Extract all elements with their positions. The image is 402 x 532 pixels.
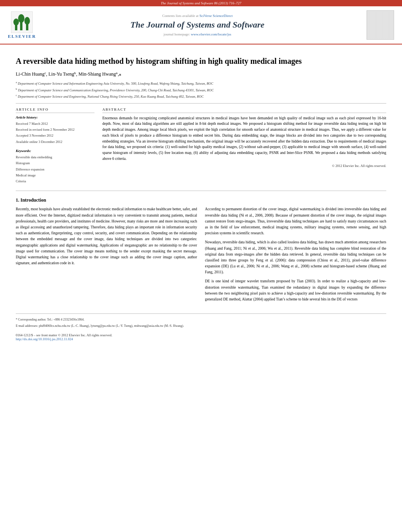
journal-header: ELSEVIER Contents lists available at Sci… [0,6,402,44]
svg-point-4 [18,14,24,23]
homepage-label: journal homepage: [163,32,190,36]
journal-cover-image [367,10,394,40]
article-info-panel: ARTICLE INFO Article history: Received 7… [16,108,94,185]
bottom-left: 0164-1212/$ – see front matter © 2012 El… [16,333,112,341]
intro-columns: Recently, most hospitals have already es… [16,206,386,306]
sciverse-label: Contents lists available at [162,14,198,18]
authors-line: Li-Chin Huangᶜ, Lin-Yu Tsengᵇ, Min-Shian… [16,71,386,77]
keyword-5: Criteria [16,178,94,184]
history-label: Article history: [16,115,94,119]
copyright: © 2012 Elsevier Inc. All rights reserved… [102,164,386,168]
date-revised: Received in revised form 2 November 2012 [16,127,94,133]
journal-title: The Journal of Systems and Software [36,19,359,31]
emails-text: phd94060cs.nchu.edu.tw (L.-C. Huang), ly… [39,324,184,328]
abstract-text: Enormous demands for recognizing complic… [102,115,386,162]
affiliation-c: c Department of Computer Science and Eng… [16,93,386,99]
keyword-3: Difference expansion [16,167,94,172]
intro-right-col: According to permanent distortion of the… [205,206,387,306]
journal-top-bar: The Journal of Systems and Software 86 (… [0,0,402,6]
intro-para-right-1: According to permanent distortion of the… [205,206,387,236]
divider-2 [16,191,386,191]
article-info-abstract: ARTICLE INFO Article history: Received 7… [16,108,386,185]
issn-text: 0164-1212/$ – see front matter © 2012 El… [16,333,112,337]
intro-left-col: Recently, most hospitals have already es… [16,206,197,306]
intro-para-left-1: Recently, most hospitals have already es… [16,206,197,266]
keyword-4: Medical image [16,172,94,178]
date-online: Available online 3 December 2012 [16,139,94,145]
abstract-panel: ABSTRACT Enormous demands for recognizin… [102,108,386,185]
footnote-emails: E-mail addresses: phd94060cs.nchu.edu.tw… [16,323,386,329]
bottom-bar: 0164-1212/$ – see front matter © 2012 El… [16,333,386,341]
intro-para-right-2: Nowadays, reversible data hiding, which … [205,239,387,275]
sciverse-link[interactable]: SciVerse ScienceDirect [199,14,232,18]
authors-text: Li-Chin Huangᶜ, Lin-Yu Tsengᵇ, Min-Shian… [16,71,121,77]
affiliation-b: b Department of Computer Science and Com… [16,87,386,93]
emails-label: E-mail addresses: [16,324,38,328]
footnote-corresponding: * Corresponding author. Tel.: +886 4 233… [16,317,386,323]
article-dates: Received 7 March 2012 Received in revise… [16,121,94,145]
keyword-2: Histogram [16,160,94,166]
affiliation-a: a Department of Computer Science and Inf… [16,80,386,86]
keyword-1: Reversible data embedding [16,154,94,160]
homepage-link[interactable]: www.elsevier.com/locate/jss [191,32,231,36]
header-center: Contents lists available at SciVerse Sci… [36,14,359,36]
abstract-heading: ABSTRACT [102,108,386,113]
affiliation-c-text: Department of Computer Science and Engin… [18,95,204,98]
intro-heading: 1. Introduction [16,197,386,203]
article-title: A reversible data hiding method by histo… [16,56,386,67]
affiliation-a-text: Department of Computer Science and Infor… [18,82,213,85]
body-content: 1. Introduction Recently, most hospitals… [16,197,386,306]
svg-point-6 [24,17,30,25]
elsevier-logo: ELSEVIER [8,11,36,39]
main-content: A reversible data hiding method by histo… [0,44,402,349]
journal-homepage: journal homepage: www.elsevier.com/locat… [36,32,359,36]
svg-point-2 [13,19,19,26]
affiliation-b-text: Department of Computer Science and Commu… [18,88,214,92]
elsevier-name: ELSEVIER [8,34,36,39]
doi-link[interactable]: http://dx.doi.org/10.1016/j.jss.2012.11.… [16,337,73,341]
date-accepted: Accepted 3 November 2012 [16,133,94,139]
keywords-list: Reversible data embedding Histogram Diff… [16,154,94,184]
elsevier-tree-icon [11,11,33,33]
divider-1 [16,103,386,104]
sciverse-text: Contents lists available at SciVerse Sci… [36,14,359,18]
article-info-heading: ARTICLE INFO [16,108,94,113]
affiliations: a Department of Computer Science and Inf… [16,80,386,99]
keywords-label: Keywords: [16,149,94,153]
date-received: Received 7 March 2012 [16,121,94,127]
intro-para-right-3: DE is one kind of integer wavelet transf… [205,278,387,302]
footnotes: * Corresponding author. Tel.: +886 4 233… [16,313,386,328]
